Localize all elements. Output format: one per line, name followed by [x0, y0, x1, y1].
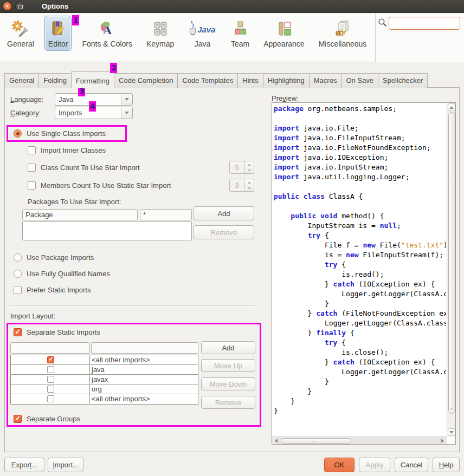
horizontal-scrollbar-thumb[interactable]: ∙∙∙	[281, 438, 351, 444]
package-cell[interactable]: javax	[90, 375, 198, 384]
layout-package-column-header[interactable]	[91, 342, 198, 354]
horizontal-scrollbar[interactable]: ∙∙∙	[272, 436, 447, 444]
spinner-down-icon[interactable]	[244, 167, 254, 173]
members-count-checkbox[interactable]	[28, 181, 36, 190]
layout-static-column-header[interactable]	[10, 342, 90, 354]
editor-icon	[49, 19, 67, 38]
prefer-static-imports-checkbox[interactable]	[14, 286, 22, 294]
table-row[interactable]: <all other imports>	[11, 355, 198, 365]
layout-remove-button[interactable]: Remove	[201, 396, 255, 409]
use-package-imports-radio[interactable]	[14, 253, 22, 262]
category-label: Miscellaneous	[319, 40, 367, 48]
separate-groups-label: Separate Groups	[27, 415, 80, 423]
close-icon[interactable]: ×	[3, 2, 12, 11]
code-line: import java.io.FileInputStream;	[274, 133, 446, 143]
spinner-down-icon[interactable]	[244, 185, 254, 191]
star-remove-button[interactable]: Remove	[194, 225, 254, 239]
members-count-spinner[interactable]: 3	[229, 179, 254, 192]
toolbar-category-miscellaneous[interactable]: Miscellaneous	[315, 16, 371, 51]
preview-pane[interactable]: package org.netbeans.samples; import jav…	[272, 102, 456, 445]
vertical-scrollbar-thumb[interactable]: ≡	[448, 112, 455, 414]
star-add-button[interactable]: Add	[194, 206, 254, 220]
toolbar-category-general[interactable]: General	[3, 16, 38, 51]
package-cell[interactable]: org	[90, 384, 198, 394]
package-cell[interactable]: <all other imports>	[90, 355, 198, 364]
ok-button[interactable]: OK	[324, 458, 355, 472]
footer: Export... Import... OK Apply Cancel Help	[0, 458, 464, 474]
scroll-up-icon[interactable]	[448, 103, 455, 111]
export-button[interactable]: Export...	[4, 458, 44, 472]
tab-code-templates[interactable]: Code Templates	[177, 73, 238, 88]
static-checkbox[interactable]	[47, 395, 54, 402]
move-up-button[interactable]: Move Up	[201, 359, 255, 372]
toolbar-category-appearance[interactable]: Appearance	[260, 16, 308, 51]
static-checkbox[interactable]	[47, 376, 54, 383]
star-star-column-header[interactable]: *	[140, 209, 192, 220]
svg-text:Java: Java	[197, 25, 215, 34]
code-line: }	[274, 406, 446, 416]
appearance-icon	[275, 19, 293, 38]
table-row[interactable]: javax	[11, 375, 198, 384]
window-title: Options	[42, 2, 68, 10]
class-count-spinner[interactable]: 5	[229, 161, 254, 174]
import-inner-classes-checkbox[interactable]	[28, 146, 36, 154]
static-checkbox[interactable]	[47, 356, 54, 363]
fonts-colors-icon: A	[99, 19, 116, 38]
chevron-down-icon[interactable]	[121, 107, 132, 119]
import-layout-table[interactable]: <all other imports>javajavaxorg<all othe…	[10, 355, 198, 405]
category-select[interactable]: Imports 4	[55, 107, 133, 119]
use-fully-qualified-radio[interactable]	[14, 270, 22, 278]
cancel-button[interactable]: Cancel	[395, 458, 428, 472]
toolbar-category-editor[interactable]: Editor1	[44, 16, 72, 51]
category-label: Keymap	[146, 40, 174, 48]
use-single-class-imports-label: Use Single Class Imports	[27, 129, 106, 138]
spinner-up-icon[interactable]	[244, 179, 254, 185]
star-packages-list[interactable]	[22, 221, 192, 240]
move-down-button[interactable]: Move Down	[201, 377, 255, 390]
import-button[interactable]: Import...	[48, 458, 83, 472]
miscellaneous-icon	[334, 19, 351, 38]
toolbar-category-java[interactable]: JavaJava	[184, 16, 221, 51]
use-single-class-imports-radio[interactable]	[14, 129, 22, 138]
tab-strip: GeneralFoldingFormatting2Code Completion…	[4, 70, 460, 88]
toolbar-category-keymap[interactable]: Keymap	[143, 16, 178, 51]
class-count-checkbox[interactable]	[28, 164, 36, 172]
tab-hints[interactable]: Hints	[237, 73, 263, 88]
table-row[interactable]: java	[11, 365, 198, 375]
star-package-column-header[interactable]: Package	[22, 209, 138, 220]
tab-formatting[interactable]: Formatting2	[71, 71, 114, 88]
table-row[interactable]: org	[11, 384, 198, 394]
separate-groups-checkbox[interactable]	[14, 415, 22, 423]
vertical-scrollbar[interactable]: ≡	[447, 103, 455, 436]
scroll-left-icon[interactable]	[273, 438, 280, 444]
help-button[interactable]: Help	[433, 458, 460, 472]
static-checkbox[interactable]	[47, 366, 54, 373]
package-cell[interactable]: java	[90, 365, 198, 374]
tab-code-completion[interactable]: Code Completion	[114, 73, 178, 88]
chevron-down-icon[interactable]	[121, 94, 132, 105]
code-line: import java.io.InputStream;	[274, 162, 446, 172]
package-cell[interactable]: <all other imports>	[90, 394, 198, 404]
tab-on-save[interactable]: On Save	[341, 73, 378, 88]
tab-folding[interactable]: Folding	[38, 73, 72, 88]
spinner-up-icon[interactable]	[244, 161, 254, 167]
layout-add-button[interactable]: Add	[201, 341, 255, 354]
scroll-right-icon[interactable]	[439, 438, 446, 444]
titlebar: × Options	[0, 0, 464, 13]
separate-static-imports-checkbox[interactable]	[14, 328, 22, 336]
toolbar-category-team[interactable]: Team	[227, 16, 253, 51]
static-checkbox[interactable]	[47, 386, 54, 393]
language-label: Language:	[10, 95, 43, 103]
apply-button[interactable]: Apply	[359, 458, 390, 472]
search-input[interactable]	[389, 17, 460, 30]
tab-macros[interactable]: Macros	[309, 73, 342, 88]
restore-icon[interactable]	[15, 2, 24, 11]
tab-general[interactable]: General	[4, 73, 39, 88]
table-row[interactable]: <all other imports>	[11, 394, 198, 404]
tab-highlighting[interactable]: Highlighting	[263, 73, 310, 88]
toolbar-category-fonts-colors[interactable]: AFonts & Colors	[78, 16, 136, 51]
scroll-down-icon[interactable]	[448, 428, 455, 436]
tab-spellchecker[interactable]: Spellchecker	[378, 73, 428, 88]
packages-star-label: Packages To Use Star Import:	[28, 198, 121, 206]
preview-label: Preview:	[272, 94, 299, 102]
